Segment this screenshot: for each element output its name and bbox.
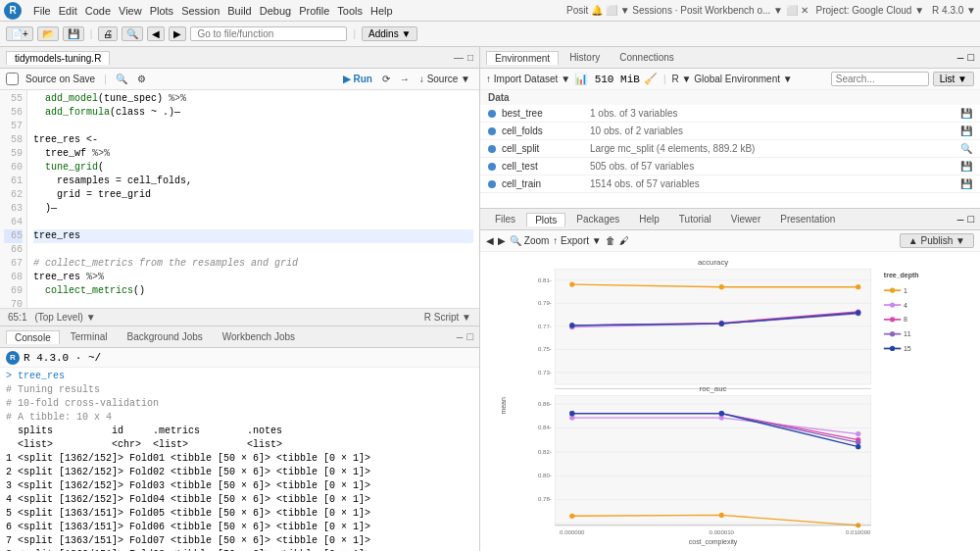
roc-point	[856, 431, 860, 436]
import-dataset-button[interactable]: ↑ Import Dataset ▼	[486, 74, 570, 84]
files-tab-files[interactable]: Files	[486, 212, 524, 226]
files-maximize-button[interactable]: □	[967, 214, 974, 225]
files-tab-plots[interactable]: Plots	[526, 213, 565, 226]
publish-button[interactable]: ▲ Publish ▼	[900, 233, 974, 248]
console-tab-console[interactable]: Console	[6, 330, 60, 344]
editor-minimize-button[interactable]: —	[454, 52, 464, 63]
env-clean-button[interactable]: 🧹	[644, 73, 658, 85]
source-on-save-label: Source on Save	[23, 74, 98, 84]
files-tab-presentation[interactable]: Presentation	[771, 212, 844, 226]
roc-point	[856, 444, 860, 449]
console-line: # 10-fold cross-validation	[6, 397, 473, 411]
menu-build[interactable]: Build	[227, 5, 251, 17]
code-level[interactable]: (Top Level) ▼	[34, 312, 95, 323]
menu-tools[interactable]: Tools	[337, 5, 363, 17]
menu-help[interactable]: Help	[370, 5, 393, 17]
delete-plot-button[interactable]: 🗑	[606, 235, 615, 246]
chart-area: accuracy 0.81- 0.79- 0.77- 0.75- 0.73-	[480, 252, 980, 551]
legend-item-11: 11	[904, 330, 911, 337]
script-type[interactable]: R Script ▼	[424, 312, 471, 323]
source-on-save-checkbox[interactable]	[6, 73, 19, 85]
print-button[interactable]: 🖨	[98, 26, 118, 41]
console-line: <list> <chr> <list> <list>	[6, 438, 473, 452]
back-button[interactable]: ◀	[147, 26, 165, 41]
forward-button[interactable]: ▶	[169, 26, 186, 41]
env-save-icon[interactable]: 💾	[960, 108, 972, 119]
run-button[interactable]: ▶ Run	[340, 74, 375, 84]
files-tab-tutorial[interactable]: Tutorial	[670, 212, 720, 226]
files-tab-viewer[interactable]: Viewer	[722, 212, 769, 226]
find-button[interactable]: 🔍	[122, 26, 143, 41]
env-row-cell-test[interactable]: cell_test 505 obs. of 57 variables 💾	[480, 158, 980, 175]
menu-profile[interactable]: Profile	[299, 5, 329, 17]
code-tools-button[interactable]: ⚙	[134, 74, 149, 84]
code-area[interactable]: 5556575859 6061626364 656667 686970 add_…	[0, 90, 479, 308]
env-tab-history[interactable]: History	[561, 50, 609, 65]
env-list-button[interactable]: List ▼	[933, 72, 974, 86]
menu-code[interactable]: Code	[85, 5, 111, 17]
env-search-input[interactable]	[831, 72, 929, 86]
next-chunk-button[interactable]: →	[397, 74, 413, 84]
find-in-editor-button[interactable]: 🔍	[113, 74, 130, 84]
menu-debug[interactable]: Debug	[260, 5, 291, 17]
environment-panel: Environment History Connections — □ ↑ Im…	[480, 47, 980, 209]
files-tab-packages[interactable]: Packages	[567, 212, 628, 226]
menu-edit[interactable]: Edit	[59, 5, 77, 17]
open-file-button[interactable]: 📂	[37, 26, 59, 41]
save-file-button[interactable]: 💾	[63, 26, 84, 41]
accuracy-point	[719, 322, 724, 326]
re-run-button[interactable]: ⟳	[379, 74, 393, 84]
console-tab-background-jobs[interactable]: Background Jobs	[119, 329, 212, 344]
env-row-cell-split[interactable]: cell_split Large mc_split (4 elements, 8…	[480, 140, 980, 158]
addins-button[interactable]: Addins ▼	[362, 26, 417, 41]
brush-button[interactable]: 🖌	[619, 235, 629, 246]
svg-text:0.79-: 0.79-	[538, 299, 552, 306]
source-button[interactable]: ↓ Source ▼	[416, 74, 473, 84]
files-minimize-button[interactable]: —	[957, 214, 964, 225]
env-var-name: cell_train	[502, 178, 590, 189]
code-line: resamples = cell_folds,	[33, 175, 473, 188]
env-select[interactable]: R ▼ Global Environment ▼	[671, 74, 792, 84]
env-save-icon[interactable]: 💾	[960, 178, 972, 189]
menu-file[interactable]: File	[33, 5, 51, 17]
legend-title: tree_depth	[884, 272, 919, 279]
env-maximize-button[interactable]: □	[967, 52, 974, 64]
env-row-cell-train[interactable]: cell_train 1514 obs. of 57 variables 💾	[480, 175, 980, 193]
env-row-cell-folds[interactable]: cell_folds 10 obs. of 2 variables 💾	[480, 123, 980, 140]
svg-point-30	[890, 288, 895, 293]
env-save-icon[interactable]: 🔍	[960, 143, 972, 154]
console-line: 4 <split [1362/152]> Fold04 <tibble [50 …	[6, 493, 473, 507]
menu-plots[interactable]: Plots	[150, 5, 173, 17]
plot-back-button[interactable]: ◀	[486, 235, 494, 246]
env-save-icon[interactable]: 💾	[960, 161, 972, 172]
svg-text:0.81-: 0.81-	[538, 276, 552, 283]
editor-maximize-button[interactable]: □	[467, 52, 473, 63]
env-row-best-tree[interactable]: best_tree 1 obs. of 3 variables 💾	[480, 105, 980, 123]
console-minimize-button[interactable]: —	[457, 331, 464, 343]
env-minimize-button[interactable]: —	[957, 52, 964, 64]
env-var-desc: Large mc_split (4 elements, 889.2 kB)	[590, 143, 960, 154]
console-tab-workbench-jobs[interactable]: Workbench Jobs	[214, 329, 304, 344]
env-save-icon[interactable]: 💾	[960, 125, 972, 136]
export-button[interactable]: ↑ Export ▼	[553, 235, 601, 246]
zoom-button[interactable]: 🔍 Zoom	[510, 235, 549, 246]
code-content[interactable]: add_model(tune_spec) %>% add_formula(cla…	[27, 90, 479, 308]
new-file-button[interactable]: 📄+	[6, 26, 33, 41]
svg-text:0.84-: 0.84-	[538, 424, 552, 430]
menu-session[interactable]: Session	[181, 5, 220, 17]
code-line: tune_grid(	[33, 161, 473, 175]
console-tab-terminal[interactable]: Terminal	[62, 329, 117, 344]
editor-tab[interactable]: tidymodels-tuning.R	[6, 51, 110, 65]
svg-text:0.000000: 0.000000	[560, 528, 585, 535]
nav-path-input[interactable]	[190, 26, 347, 41]
env-section-data: Data	[480, 90, 980, 105]
env-tab-connections[interactable]: Connections	[611, 50, 683, 65]
env-tab-environment[interactable]: Environment	[486, 51, 559, 65]
console-content[interactable]: > tree_res # Tuning results # 10-fold cr…	[0, 368, 479, 551]
menu-view[interactable]: View	[119, 5, 142, 17]
console-maximize-button[interactable]: □	[466, 331, 473, 343]
env-tab-controls: — □	[957, 52, 974, 64]
roc-point	[569, 514, 574, 519]
files-tab-help[interactable]: Help	[630, 212, 668, 226]
plot-forward-button[interactable]: ▶	[498, 235, 506, 246]
